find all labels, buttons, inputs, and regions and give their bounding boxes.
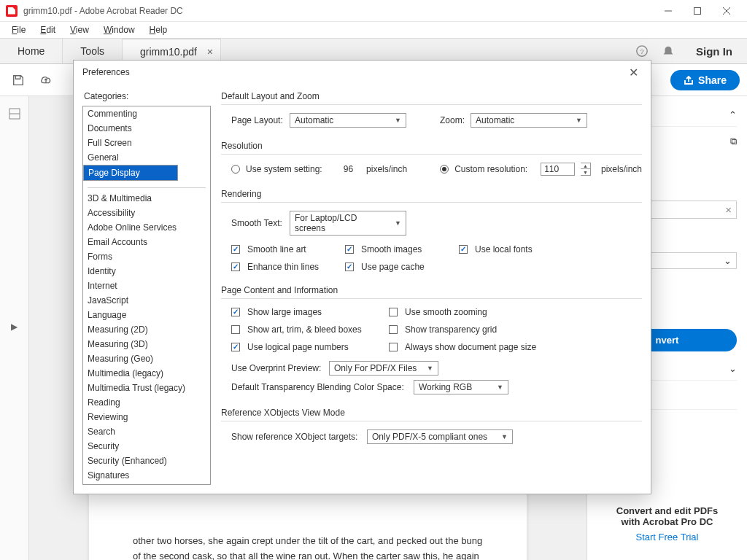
enhance-thin-lines-checkbox[interactable] (231, 262, 240, 271)
smooth-zooming-checkbox[interactable] (389, 308, 398, 316)
tab-home[interactable]: Home (0, 39, 63, 63)
new-window-icon[interactable]: ⧉ (730, 136, 737, 147)
show-transparency-grid-checkbox[interactable] (389, 325, 398, 334)
use-system-radio[interactable] (231, 165, 240, 174)
category-item[interactable]: Search (83, 424, 210, 439)
blend-label: Default Transparency Blending Color Spac… (231, 382, 408, 392)
category-item[interactable]: Reading (83, 395, 210, 410)
spin-up-icon[interactable]: ▲ (581, 163, 590, 169)
chevron-down-icon: ▼ (501, 433, 508, 440)
tab-close-icon[interactable]: × (207, 46, 213, 58)
chevron-down-icon: ▼ (395, 219, 401, 227)
dialog-titlebar[interactable]: Preferences ✕ (74, 61, 651, 84)
category-item[interactable]: Email Accounts (83, 235, 210, 249)
pixels-label: pixels/inch (366, 164, 407, 174)
zoom-label: Zoom: (440, 115, 465, 125)
category-item[interactable]: Measuring (3D) (83, 337, 210, 351)
category-item[interactable]: 3D & Multimedia (83, 191, 210, 206)
category-item[interactable]: Identity (83, 264, 210, 279)
show-bleed-boxes-checkbox[interactable] (231, 325, 240, 334)
categories-label: Categories: (82, 91, 211, 101)
spin-down-icon[interactable]: ▼ (581, 169, 590, 175)
category-item[interactable]: Adobe Online Services (83, 220, 210, 235)
left-rail-expand-icon[interactable]: ▶ (9, 312, 20, 341)
sp-footer: Convert and edit PDFs with Acrobat Pro D… (597, 495, 737, 553)
chevron-down-icon: ▼ (576, 117, 582, 124)
menu-edit[interactable]: Edit (34, 23, 61, 36)
xobject-targets-label: Show reference XObject targets: (231, 432, 361, 442)
group-layout-title: Default Layout and Zoom (221, 91, 642, 106)
smooth-text-select[interactable]: For Laptop/LCD screens▼ (290, 211, 406, 236)
category-item[interactable]: Documents (83, 121, 210, 136)
smooth-images-checkbox[interactable] (345, 245, 354, 254)
share-button[interactable]: Share (670, 70, 740, 90)
maximize-button[interactable] (683, 0, 712, 22)
group-rendering-title: Rendering (221, 189, 642, 203)
minimize-button[interactable] (654, 0, 683, 22)
window-title: grimm10.pdf - Adobe Acrobat Reader DC (23, 6, 654, 16)
category-item[interactable]: Forms (83, 249, 210, 264)
category-item[interactable]: Commenting (83, 106, 210, 121)
share-label: Share (698, 74, 727, 86)
chevron-down-icon: ▼ (427, 365, 433, 372)
tab-document-label: grimm10.pdf (140, 46, 197, 58)
smooth-line-art-checkbox[interactable] (231, 245, 240, 254)
chevron-down-icon: ⌄ (729, 363, 737, 374)
menu-window[interactable]: Window (98, 23, 141, 36)
show-large-images-checkbox[interactable] (231, 308, 240, 316)
preferences-dialog: Preferences ✕ Categories: CommentingDocu… (73, 60, 651, 494)
resolution-spinner[interactable]: ▲▼ (581, 163, 591, 176)
blend-select[interactable]: Working RGB▼ (414, 380, 508, 394)
show-page-size-checkbox[interactable] (389, 343, 398, 351)
use-page-cache-checkbox[interactable] (345, 262, 354, 271)
category-item[interactable]: Accessibility (83, 206, 210, 220)
menu-help[interactable]: Help (144, 23, 174, 36)
close-button[interactable] (712, 0, 741, 22)
dialog-close-icon[interactable]: ✕ (624, 66, 642, 79)
category-item[interactable]: Full Screen (83, 136, 210, 150)
page-layout-select[interactable]: Automatic▼ (290, 113, 406, 128)
start-trial-link[interactable]: Start Free Trial (597, 532, 737, 542)
menu-view[interactable]: View (64, 23, 95, 36)
cloud-icon[interactable] (35, 69, 57, 91)
category-item[interactable]: Reviewing (83, 410, 210, 424)
use-system-label: Use system setting: (246, 164, 326, 174)
svg-rect-1 (694, 7, 701, 14)
category-item[interactable]: Spelling (83, 483, 210, 485)
custom-resolution-radio[interactable] (440, 165, 449, 174)
category-item[interactable]: JavaScript (83, 293, 210, 308)
zoom-select[interactable]: Automatic▼ (471, 113, 587, 128)
settings-pane: Default Layout and Zoom Page Layout: Aut… (221, 91, 642, 485)
bell-icon[interactable] (655, 39, 681, 63)
left-rail: ▶ (0, 96, 29, 560)
category-item[interactable]: Page Display (83, 165, 178, 181)
category-item[interactable]: Measuring (2D) (83, 322, 210, 337)
chevron-down-icon: ▼ (497, 384, 503, 391)
chevron-up-icon: ⌃ (729, 109, 737, 120)
sign-in-link[interactable]: Sign In (681, 39, 747, 63)
categories-list[interactable]: CommentingDocumentsFull ScreenGeneralPag… (82, 106, 211, 485)
share-icon (684, 75, 694, 85)
category-item[interactable]: Security (83, 439, 210, 454)
custom-resolution-input[interactable]: 110 (541, 163, 575, 176)
category-item[interactable]: Multimedia Trust (legacy) (83, 381, 210, 395)
system-resolution-value: 96 (332, 164, 353, 174)
xobject-targets-select[interactable]: Only PDF/X-5 compliant ones▼ (367, 429, 513, 444)
clear-icon[interactable]: × (725, 203, 732, 216)
page-text: other two horses, she again crept under … (133, 534, 483, 560)
menubar: File Edit View Window Help (0, 22, 747, 38)
category-item[interactable]: Language (83, 308, 210, 322)
menu-file[interactable]: File (6, 23, 31, 36)
category-item[interactable]: Security (Enhanced) (83, 454, 210, 468)
category-item[interactable]: Internet (83, 279, 210, 293)
category-item[interactable]: Multimedia (legacy) (83, 366, 210, 381)
category-item[interactable]: Measuring (Geo) (83, 351, 210, 366)
use-local-fonts-checkbox[interactable] (459, 245, 468, 254)
category-item[interactable]: General (83, 150, 210, 165)
page-layout-label: Page Layout: (231, 115, 284, 125)
thumbnails-icon[interactable] (6, 105, 23, 122)
overprint-select[interactable]: Only For PDF/X Files▼ (329, 361, 438, 376)
logical-page-numbers-checkbox[interactable] (231, 343, 240, 351)
save-icon[interactable] (7, 69, 29, 91)
category-item[interactable]: Signatures (83, 468, 210, 483)
